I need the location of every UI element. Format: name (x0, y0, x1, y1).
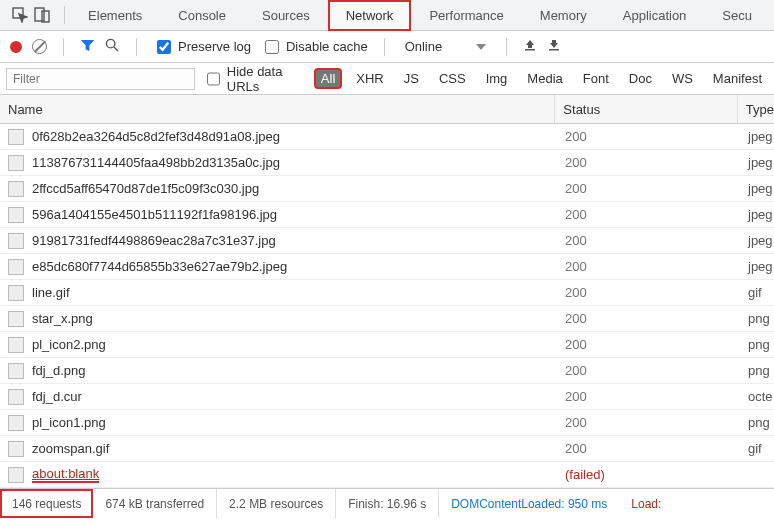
file-icon (8, 155, 24, 171)
column-status[interactable]: Status (555, 95, 737, 123)
cell-status: 200 (557, 337, 740, 352)
table-row[interactable]: star_x.png200png (0, 306, 774, 332)
column-type[interactable]: Type (738, 95, 774, 123)
disable-cache-checkbox[interactable]: Disable cache (261, 37, 368, 57)
chip-doc[interactable]: Doc (623, 69, 658, 88)
file-icon (8, 285, 24, 301)
tab-sources[interactable]: Sources (244, 0, 328, 31)
cell-name: 2ffccd5aff65470d87de1f5c09f3c030.jpg (0, 181, 557, 197)
disable-cache-input[interactable] (265, 40, 279, 54)
preserve-log-checkbox[interactable]: Preserve log (153, 37, 251, 57)
cell-name: star_x.png (0, 311, 557, 327)
cell-name: line.gif (0, 285, 557, 301)
cell-status: 200 (557, 311, 740, 326)
cell-name: 113876731144405faa498bb2d3135a0c.jpg (0, 155, 557, 171)
table-row[interactable]: line.gif200gif (0, 280, 774, 306)
cell-name: 596a1404155e4501b511192f1fa98196.jpg (0, 207, 557, 223)
file-name: line.gif (32, 285, 70, 300)
preserve-log-input[interactable] (157, 40, 171, 54)
cell-name: fdj_d.cur (0, 389, 557, 405)
download-icon[interactable] (547, 38, 561, 55)
cell-type: png (740, 337, 774, 352)
divider (136, 38, 137, 56)
chip-ws[interactable]: WS (666, 69, 699, 88)
cell-status: 200 (557, 129, 740, 144)
cell-name: 0f628b2ea3264d5c8d2fef3d48d91a08.jpeg (0, 129, 557, 145)
table-row[interactable]: 2ffccd5aff65470d87de1f5c09f3c030.jpg200j… (0, 176, 774, 202)
file-icon (8, 441, 24, 457)
chip-js[interactable]: JS (398, 69, 425, 88)
chip-media[interactable]: Media (521, 69, 568, 88)
cell-name: about:blank (0, 466, 557, 483)
table-row[interactable]: zoomspan.gif200gif (0, 436, 774, 462)
table-row[interactable]: 91981731fedf4498869eac28a7c31e37.jpg200j… (0, 228, 774, 254)
svg-rect-5 (525, 49, 535, 51)
tab-console[interactable]: Console (160, 0, 244, 31)
svg-point-3 (106, 39, 114, 47)
filter-toggle-icon[interactable] (80, 38, 95, 56)
cell-type: octe (740, 389, 774, 404)
tab-network[interactable]: Network (328, 0, 412, 31)
file-name: zoomspan.gif (32, 441, 109, 456)
file-icon (8, 311, 24, 327)
table-row[interactable]: fdj_d.cur200octe (0, 384, 774, 410)
tab-application[interactable]: Application (605, 0, 705, 31)
chip-manifest[interactable]: Manifest (707, 69, 768, 88)
upload-icon[interactable] (523, 38, 537, 55)
chip-font[interactable]: Font (577, 69, 615, 88)
clear-icon[interactable] (32, 39, 47, 54)
cell-status: 200 (557, 207, 740, 222)
cell-status: 200 (557, 233, 740, 248)
sb-transferred: 674 kB transferred (93, 489, 217, 518)
hide-data-urls-input[interactable] (207, 72, 220, 86)
cell-status: 200 (557, 285, 740, 300)
cell-status: 200 (557, 415, 740, 430)
filter-input[interactable] (6, 68, 195, 90)
search-icon[interactable] (105, 38, 120, 56)
tab-elements[interactable]: Elements (70, 0, 160, 31)
throttling-label: Online (405, 39, 443, 54)
table-row[interactable]: pl_icon1.png200png (0, 410, 774, 436)
request-list: 0f628b2ea3264d5c8d2fef3d48d91a08.jpeg200… (0, 124, 774, 488)
status-bar: 146 requests 674 kB transferred 2.2 MB r… (0, 488, 774, 518)
chip-all[interactable]: All (314, 68, 342, 89)
preserve-log-label: Preserve log (178, 39, 251, 54)
record-icon[interactable] (10, 41, 22, 53)
table-row[interactable]: e85dc680f7744d65855b33e627ae79b2.jpeg200… (0, 254, 774, 280)
table-row[interactable]: 113876731144405faa498bb2d3135a0c.jpg200j… (0, 150, 774, 176)
column-name[interactable]: Name (0, 95, 555, 123)
file-icon (8, 259, 24, 275)
table-row[interactable]: fdj_d.png200png (0, 358, 774, 384)
device-icon[interactable] (34, 7, 50, 23)
inspect-icon[interactable] (12, 7, 28, 23)
network-toolbar: Preserve log Disable cache Online (0, 31, 774, 63)
cell-name: pl_icon1.png (0, 415, 557, 431)
throttling-dropdown[interactable]: Online (401, 37, 491, 56)
table-row[interactable]: about:blank(failed) (0, 462, 774, 488)
file-name: 91981731fedf4498869eac28a7c31e37.jpg (32, 233, 276, 248)
tab-security[interactable]: Secu (704, 0, 770, 31)
file-icon (8, 129, 24, 145)
file-name: fdj_d.png (32, 363, 86, 378)
divider (63, 38, 64, 56)
table-row[interactable]: pl_icon2.png200png (0, 332, 774, 358)
file-name: 2ffccd5aff65470d87de1f5c09f3c030.jpg (32, 181, 259, 196)
table-row[interactable]: 0f628b2ea3264d5c8d2fef3d48d91a08.jpeg200… (0, 124, 774, 150)
chip-img[interactable]: Img (480, 69, 514, 88)
cell-type: jpeg (740, 155, 774, 170)
file-icon (8, 389, 24, 405)
tab-memory[interactable]: Memory (522, 0, 605, 31)
file-icon (8, 467, 24, 483)
chip-xhr[interactable]: XHR (350, 69, 389, 88)
file-name: about:blank (32, 466, 99, 483)
cell-type: png (740, 363, 774, 378)
file-name: star_x.png (32, 311, 93, 326)
cell-type: jpeg (740, 259, 774, 274)
file-name: 596a1404155e4501b511192f1fa98196.jpg (32, 207, 277, 222)
tab-performance[interactable]: Performance (411, 0, 521, 31)
table-row[interactable]: 596a1404155e4501b511192f1fa98196.jpg200j… (0, 202, 774, 228)
cell-type: jpeg (740, 207, 774, 222)
svg-rect-6 (549, 49, 559, 51)
hide-data-urls-checkbox[interactable]: Hide data URLs (203, 64, 306, 94)
chip-css[interactable]: CSS (433, 69, 472, 88)
